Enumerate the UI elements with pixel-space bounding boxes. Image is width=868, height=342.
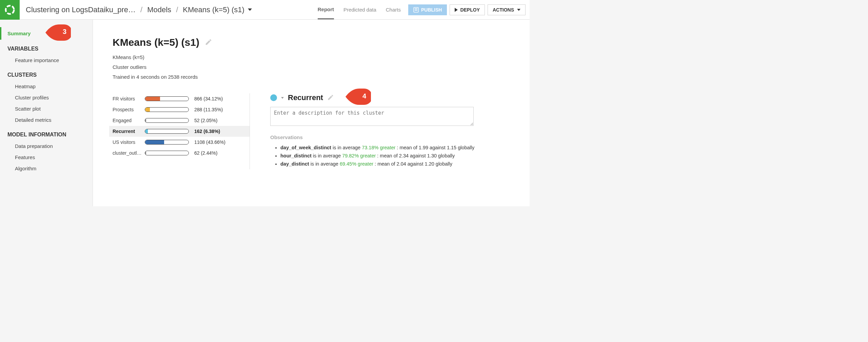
annotation-4: 4 <box>346 89 371 105</box>
cluster-name: FR visitors <box>113 96 145 101</box>
title-row: KMeans (k=5) (s1) <box>113 37 510 48</box>
cluster-title: Recurrent <box>288 93 323 102</box>
annotation-number: 4 <box>362 92 366 100</box>
breadcrumb-sep: / <box>176 5 178 14</box>
observation-percent: 69.45% greater <box>340 161 373 167</box>
publish-icon <box>413 7 419 13</box>
sidebar-item-cluster-profiles[interactable]: Cluster profiles <box>0 92 93 103</box>
content: KMeans (k=5) (s1) KMeans (k=5) Cluster o… <box>93 20 530 206</box>
cluster-name: Prospects <box>113 107 145 112</box>
pencil-icon[interactable] <box>205 38 212 47</box>
cluster-name: US visitors <box>113 139 145 145</box>
cluster-name: Recurrent <box>113 129 145 134</box>
pencil-icon[interactable] <box>327 94 334 102</box>
sidebar-item-label: Summary <box>7 31 31 36</box>
sidebar-item-algorithm[interactable]: Algorithm <box>0 163 93 174</box>
cluster-bar <box>145 129 189 134</box>
cluster-row[interactable]: cluster_outl…62 (2.44%) <box>113 148 250 158</box>
breadcrumb-sep: / <box>140 5 142 14</box>
observation-item: hour_distinct is in average 79.82% great… <box>280 153 510 158</box>
top-tabs: Report Predicted data Charts <box>318 0 404 19</box>
observation-percent: 79.82% greater <box>342 153 376 158</box>
sidebar-item-summary[interactable]: Summary 3 <box>0 27 93 40</box>
sidebar-item-detailed-metrics[interactable]: Detailed metrics <box>0 114 93 126</box>
cluster-title-row: Recurrent 4 <box>270 93 510 102</box>
sidebar-item-heatmap[interactable]: Heatmap <box>0 81 93 92</box>
cluster-row[interactable]: Prospects288 (11.35%) <box>113 104 250 115</box>
chevron-down-icon <box>517 9 520 11</box>
cluster-stat: 1108 (43.66%) <box>194 139 225 145</box>
sidebar-heading-model-info: MODEL INFORMATION <box>0 126 93 140</box>
observation-item: day_of_week_distinct is in average 73.18… <box>280 145 510 150</box>
sidebar-heading-clusters: CLUSTERS <box>0 66 93 81</box>
sidebar-heading-variables: VARIABLES <box>0 40 93 55</box>
observations-list: day_of_week_distinct is in average 73.18… <box>270 145 510 167</box>
deploy-button[interactable]: DEPLOY <box>450 4 485 15</box>
dataiku-icon <box>5 5 15 15</box>
cluster-bar <box>145 140 189 145</box>
cluster-stat: 288 (11.35%) <box>194 107 223 112</box>
cluster-row[interactable]: US visitors1108 (43.66%) <box>113 137 250 148</box>
tab-charts[interactable]: Charts <box>386 0 401 19</box>
svg-point-0 <box>6 5 14 14</box>
main: Summary 3 VARIABLES Feature importance C… <box>0 20 530 206</box>
app-logo[interactable] <box>0 0 20 20</box>
cluster-bar <box>145 107 189 112</box>
cluster-stat: 62 (2.44%) <box>194 150 217 156</box>
cluster-stat: 162 (6.38%) <box>194 129 220 134</box>
cluster-bar <box>145 118 189 123</box>
cluster-bar <box>145 96 189 101</box>
svg-rect-3 <box>415 10 417 11</box>
breadcrumb-leaf[interactable]: KMeans (k=5) (s1) <box>183 5 244 14</box>
cluster-bar <box>145 151 189 155</box>
svg-rect-2 <box>415 8 417 9</box>
actions-button[interactable]: ACTIONS <box>488 4 526 15</box>
observation-percent: 73.18% greater <box>362 145 395 150</box>
tab-report[interactable]: Report <box>318 0 334 19</box>
topbar: Clustering on LogsDataiku_pre… / Models … <box>0 0 530 20</box>
trained-line: Trained in 4 seconds on 2538 records <box>113 74 510 80</box>
sidebar-item-features[interactable]: Features <box>0 152 93 163</box>
cluster-detail: Recurrent 4 Observations day_o <box>250 93 510 169</box>
play-icon <box>455 8 458 12</box>
cluster-row[interactable]: Recurrent162 (6.38%) <box>109 126 250 137</box>
annotation-3: 3 <box>45 24 71 41</box>
sidebar-item-data-preparation[interactable]: Data preparation <box>0 140 93 152</box>
observation-feature: hour_distinct <box>280 153 312 158</box>
publish-button[interactable]: PUBLISH <box>408 4 447 15</box>
chevron-down-icon[interactable] <box>281 97 284 99</box>
page-title: KMeans (k=5) (s1) <box>113 37 199 48</box>
cluster-row[interactable]: Engaged52 (2.05%) <box>113 115 250 126</box>
outliers-line: Cluster outliers <box>113 64 510 70</box>
top-buttons: PUBLISH DEPLOY ACTIONS <box>404 4 530 15</box>
observation-feature: day_of_week_distinct <box>280 145 331 150</box>
cluster-name: cluster_outl… <box>113 150 145 156</box>
annotation-number: 3 <box>63 28 66 36</box>
sidebar-item-feature-importance[interactable]: Feature importance <box>0 55 93 66</box>
two-columns: FR visitors866 (34.12%)Prospects288 (11.… <box>113 93 510 169</box>
cluster-color-dot[interactable] <box>270 94 277 101</box>
tab-predicted-data[interactable]: Predicted data <box>343 0 376 19</box>
observations-heading: Observations <box>270 134 510 140</box>
publish-label: PUBLISH <box>421 7 442 13</box>
deploy-label: DEPLOY <box>460 7 480 13</box>
observation-feature: day_distinct <box>280 161 309 167</box>
cluster-description-input[interactable] <box>270 107 474 126</box>
actions-label: ACTIONS <box>493 7 514 13</box>
cluster-row[interactable]: FR visitors866 (34.12%) <box>113 93 250 104</box>
cluster-stat: 52 (2.05%) <box>194 118 217 123</box>
observation-item: day_distinct is in average 69.45% greate… <box>280 161 510 167</box>
cluster-list: FR visitors866 (34.12%)Prospects288 (11.… <box>113 93 250 169</box>
cluster-stat: 866 (34.12%) <box>194 96 223 101</box>
cluster-name: Engaged <box>113 118 145 123</box>
sidebar: Summary 3 VARIABLES Feature importance C… <box>0 20 93 206</box>
sidebar-item-scatter-plot[interactable]: Scatter plot <box>0 103 93 114</box>
breadcrumb: Clustering on LogsDataiku_pre… / Models … <box>20 5 318 14</box>
breadcrumb-mid[interactable]: Models <box>147 5 171 14</box>
chevron-down-icon[interactable] <box>248 8 252 11</box>
breadcrumb-root[interactable]: Clustering on LogsDataiku_pre… <box>26 5 136 14</box>
algorithm-line: KMeans (k=5) <box>113 54 510 60</box>
